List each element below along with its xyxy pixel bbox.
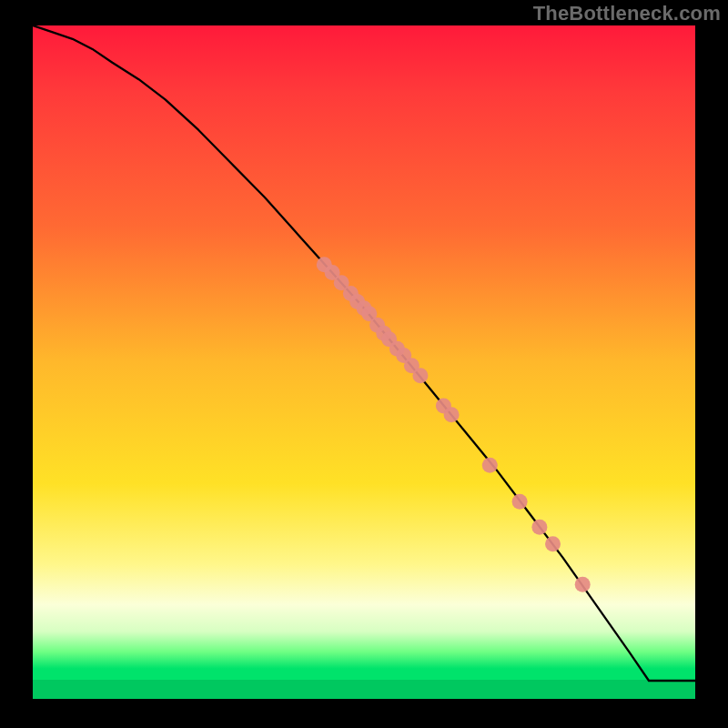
marker-point <box>482 458 498 473</box>
marker-point <box>531 520 547 535</box>
marker-point <box>512 494 528 510</box>
chart-frame: TheBottleneck.com <box>0 0 728 728</box>
marker-point <box>412 368 428 383</box>
marker-point <box>545 536 561 551</box>
marker-point <box>444 407 460 422</box>
plot-area <box>33 25 695 699</box>
marker-point <box>575 577 591 592</box>
curve-line <box>33 25 695 681</box>
plot-overlay-svg <box>33 25 695 699</box>
attribution-label: TheBottleneck.com <box>533 2 721 25</box>
marker-points <box>317 257 591 592</box>
